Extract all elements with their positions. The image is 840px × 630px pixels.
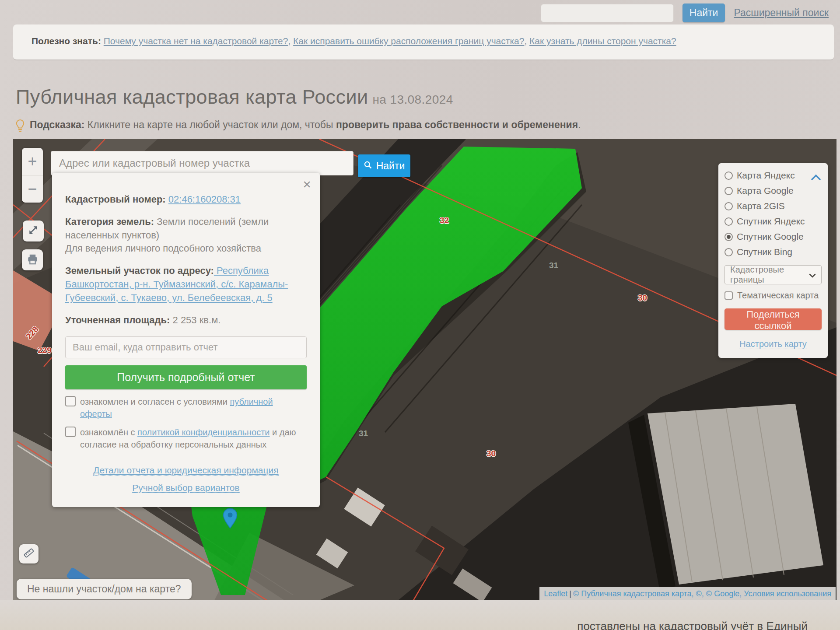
category-row: Категория земель: Земли поселений (земли… <box>65 215 307 256</box>
get-report-button[interactable]: Получить подробный отчет <box>65 365 307 389</box>
parcel-label: 229 <box>38 346 52 355</box>
map-search-input[interactable] <box>51 151 354 175</box>
useful-link-3[interactable]: Как узнать длины сторон участка? <box>529 36 676 46</box>
close-icon[interactable]: × <box>303 177 311 191</box>
offer-consent-row: ознакомлен и согласен с условиями публич… <box>65 396 307 420</box>
email-field[interactable] <box>65 336 307 358</box>
fullscreen-icon <box>28 224 39 238</box>
map-find-button[interactable]: Найти <box>358 154 410 177</box>
parcel-label: 31 <box>359 429 368 438</box>
printer-icon <box>27 253 38 267</box>
offer-consent-checkbox[interactable] <box>65 396 76 406</box>
address-row: Земельный участок по адресу: Республика … <box>65 264 307 304</box>
cadastral-number-link[interactable]: 02:46:160208:31 <box>168 194 241 205</box>
cadastral-number-row: Кадастровый номер: 02:46:160208:31 <box>65 193 307 206</box>
useful-label: Полезно знать: <box>32 36 101 46</box>
ruler-icon <box>22 546 36 562</box>
chevron-up-icon[interactable] <box>811 172 821 182</box>
bulb-icon <box>15 119 25 135</box>
page-title: Публичная кадастровая карта Россиина 13.… <box>16 86 453 108</box>
search-icon <box>364 160 372 172</box>
measure-button[interactable] <box>19 544 38 564</box>
privacy-consent-row: ознакомлён с политикой конфиденциальност… <box>65 426 307 451</box>
print-button[interactable] <box>22 249 43 270</box>
radio-selected-icon[interactable] <box>724 233 733 241</box>
zoom-control: + − <box>22 148 43 203</box>
customize-map-link[interactable]: Настроить карту <box>724 339 822 349</box>
useful-link-2[interactable]: Как исправить ошибку расположения границ… <box>293 36 524 46</box>
usage-row: Для ведения личного подсобного хозяйства <box>65 242 307 256</box>
chevron-down-icon <box>809 270 816 280</box>
thematic-map-checkbox[interactable] <box>724 291 733 300</box>
radio-icon[interactable] <box>724 248 733 256</box>
useful-link-1[interactable]: Почему участка нет на кадастровой карте? <box>104 36 288 46</box>
hint-label: Подсказка: <box>30 119 84 130</box>
parcel-label: 30 <box>486 449 496 458</box>
pkk-credit-link[interactable]: © Публичная кадастровая карта, ©, © Goog… <box>573 589 742 598</box>
map-date: на 13.08.2024 <box>372 93 453 106</box>
area-row: Уточненная площадь: 2 253 кв.м. <box>65 314 307 327</box>
radio-icon[interactable] <box>724 217 733 226</box>
privacy-policy-link[interactable]: политикой конфиденциальности <box>137 427 270 437</box>
map-attribution: Leaflet | © Публичная кадастровая карта,… <box>539 587 836 600</box>
location-pin-icon[interactable] <box>222 508 238 531</box>
layer-option-google-map[interactable]: Карта Google <box>724 186 822 196</box>
radio-icon[interactable] <box>724 202 733 210</box>
parcel-label: 32 <box>440 216 449 225</box>
not-found-tooltip[interactable]: Не нашли участок/дом на карте? <box>17 579 192 599</box>
layer-option-2gis-map[interactable]: Карта 2GIS <box>724 201 822 211</box>
advanced-search-link[interactable]: Расширенный поиск <box>734 7 829 19</box>
share-link-button[interactable]: Поделиться ссылкой <box>724 308 822 330</box>
terms-link[interactable]: Условия использования <box>744 589 831 598</box>
parcel-label: 30 <box>638 293 647 303</box>
parcel-label: 31 <box>549 261 558 270</box>
site-search-input[interactable] <box>541 4 674 22</box>
privacy-consent-checkbox[interactable] <box>65 427 76 437</box>
layer-option-yandex-map[interactable]: Карта Яндекс <box>724 170 822 181</box>
footer-partial-text: поставлены на кадастровый учёт в Единый <box>577 620 808 630</box>
parcel-info-panel: × Кадастровый номер: 02:46:160208:31 Кат… <box>52 173 320 507</box>
layers-panel: Карта Яндекс Карта Google Карта 2GIS Спу… <box>718 163 828 358</box>
useful-strip: Полезно знать: Почему участка нет на кад… <box>13 24 834 60</box>
top-find-button[interactable]: Найти <box>682 4 725 22</box>
layer-option-bing-sat[interactable]: Спутник Bing <box>724 247 822 257</box>
layer-option-yandex-sat[interactable]: Спутник Яндекс <box>724 216 822 227</box>
leaflet-link[interactable]: Leaflet <box>544 589 567 598</box>
boundaries-select[interactable]: Кадастровые границы <box>724 265 822 284</box>
radio-icon[interactable] <box>724 187 733 195</box>
page-footer: поставлены на кадастровый учёт в Единый <box>0 600 840 630</box>
thematic-map-row[interactable]: Тематическая карта <box>724 290 822 301</box>
zoom-out-button[interactable]: − <box>22 175 43 203</box>
fullscreen-button[interactable] <box>23 220 44 242</box>
manual-choice-link[interactable]: Ручной выбор вариантов <box>132 483 239 493</box>
layer-option-google-sat[interactable]: Спутник Google <box>724 231 822 242</box>
map-canvas[interactable]: 32 31 30 31 30 228 229 + − Найти × <box>13 139 836 600</box>
hint-row: Подсказка: Кликните на карте на любой уч… <box>15 119 581 135</box>
report-details-link[interactable]: Детали отчета и юридическая информация <box>93 465 278 476</box>
zoom-in-button[interactable]: + <box>22 148 43 175</box>
radio-icon[interactable] <box>724 172 733 180</box>
top-search-bar: Найти Расширенный поиск <box>541 4 829 22</box>
